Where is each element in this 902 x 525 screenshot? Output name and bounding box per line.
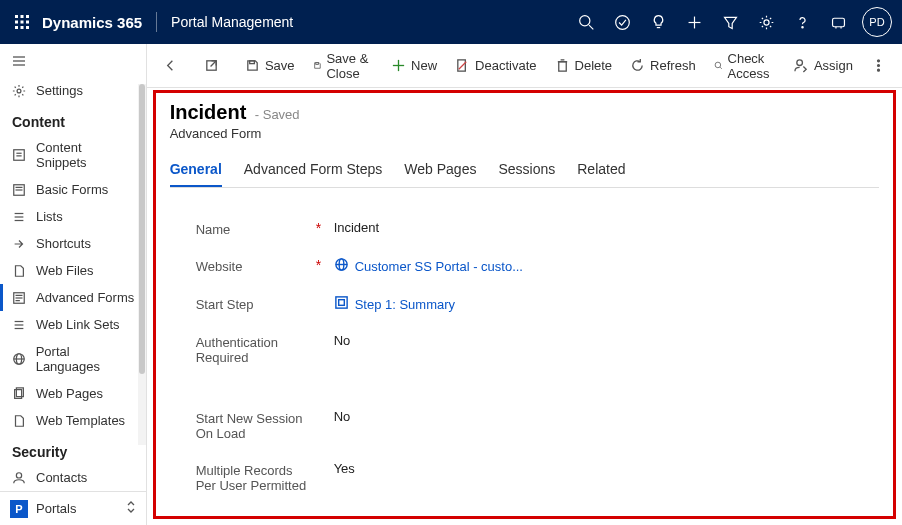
sidebar-item-content-snippets[interactable]: Content Snippets [0,134,146,176]
search-icon[interactable] [568,0,604,44]
snippet-icon [10,148,28,162]
svg-rect-1 [21,15,24,18]
deactivate-button[interactable]: Deactivate [447,54,544,77]
svg-rect-7 [21,26,24,29]
svg-point-17 [801,26,802,27]
refresh-label: Refresh [650,58,696,73]
sidebar-item-label: Content Snippets [36,140,136,170]
sidebar-item-web-templates[interactable]: Web Templates [0,407,146,434]
sidebar-item-advanced-forms[interactable]: Advanced Forms [0,284,146,311]
field-start-step[interactable]: Start Step Step 1: Summary [196,285,853,323]
task-icon[interactable] [604,0,640,44]
field-label: Start New Session On Load [196,409,316,441]
new-button[interactable]: New [383,54,445,77]
field-value[interactable]: Customer SS Portal - custo... [334,257,523,275]
form-icon [10,183,28,197]
gear-icon[interactable] [748,0,784,44]
svg-rect-66 [338,300,344,306]
sidebar-item-label: Web Link Sets [36,317,120,332]
sidebar-item-label: Web Files [36,263,94,278]
form-body: Name * Incident Website * Customer SS Po… [170,188,879,511]
sidebar-item-label: Basic Forms [36,182,108,197]
refresh-button[interactable]: Refresh [622,54,704,77]
app-name[interactable]: Portal Management [161,14,303,30]
svg-rect-6 [15,26,18,29]
assign-button[interactable]: Assign [786,54,861,77]
sidebar-item-web-files[interactable]: Web Files [0,257,146,284]
svg-point-11 [615,15,629,29]
help-icon[interactable] [784,0,820,44]
field-start-new-session[interactable]: Start New Session On Load No [196,399,853,451]
sidebar-item-web-pages[interactable]: Web Pages [0,380,146,407]
save-close-button[interactable]: Save & Close [305,47,382,85]
field-multiple-records[interactable]: Multiple Records Per User Permitted Yes [196,451,853,503]
sidebar-item-web-link-sets[interactable]: Web Link Sets [0,311,146,338]
svg-line-46 [210,61,216,67]
contacts-icon [10,471,28,485]
sidebar-item-label: Shortcuts [36,236,91,251]
svg-point-58 [797,60,803,66]
back-button[interactable] [155,54,186,77]
field-auth-required[interactable]: Authentication Required No [196,323,853,375]
step-icon [334,295,349,313]
form-icon [10,291,28,305]
check-access-button[interactable]: Check Access [706,47,784,85]
open-new-window-button[interactable] [196,54,227,77]
tab-general[interactable]: General [170,155,222,187]
command-bar: Save Save & Close New Deactivate Delete … [147,44,902,88]
svg-point-59 [878,60,880,62]
save-close-label: Save & Close [326,51,373,81]
avatar-initials: PD [869,16,884,28]
chevron-updown-icon [126,500,136,517]
app-launcher-icon[interactable] [6,15,38,29]
field-website[interactable]: Website * Customer SS Portal - custo... [196,247,853,285]
tab-sessions[interactable]: Sessions [498,155,555,187]
sidebar-item-basic-forms[interactable]: Basic Forms [0,176,146,203]
more-commands-button[interactable] [863,54,894,77]
tab-web-pages[interactable]: Web Pages [404,155,476,187]
tab-related[interactable]: Related [577,155,625,187]
shortcut-icon [10,237,28,251]
sidebar-collapse-icon[interactable] [0,48,146,77]
scrollbar-thumb[interactable] [139,84,145,374]
add-icon[interactable] [676,0,712,44]
user-avatar[interactable]: PD [862,7,892,37]
sidebar-item-contacts[interactable]: Contacts [0,464,146,491]
globe-icon [10,352,28,366]
brand-label[interactable]: Dynamics 365 [38,14,152,31]
svg-rect-47 [250,61,255,64]
sidebar-item-label: Advanced Forms [36,290,134,305]
sidebar: Settings Content Content Snippets Basic … [0,44,147,525]
field-value: No [334,333,351,348]
sidebar-scrollbar[interactable] [138,84,146,445]
field-label: Authentication Required [196,333,316,365]
start-step-link-text: Step 1: Summary [355,297,455,312]
lightbulb-icon[interactable] [640,0,676,44]
svg-rect-23 [14,150,25,161]
gear-icon [10,84,28,98]
field-name[interactable]: Name * Incident [196,210,853,247]
svg-rect-53 [558,62,566,71]
field-label: Start Step [196,295,316,312]
svg-rect-18 [832,18,844,27]
pages-icon [10,387,28,401]
save-button[interactable]: Save [237,54,303,77]
svg-rect-2 [26,15,29,18]
field-value[interactable]: Step 1: Summary [334,295,455,313]
list-icon [10,210,28,224]
filter-icon[interactable] [712,0,748,44]
sidebar-item-settings[interactable]: Settings [0,77,146,104]
sidebar-item-lists[interactable]: Lists [0,203,146,230]
field-value: Incident [334,220,380,235]
svg-point-16 [763,19,768,24]
assistant-icon[interactable] [820,0,856,44]
tab-advanced-form-steps[interactable]: Advanced Form Steps [244,155,383,187]
field-value: No [334,409,351,424]
page-title: Incident [170,101,247,124]
sidebar-item-portal-languages[interactable]: Portal Languages [0,338,146,380]
field-label: Multiple Records Per User Permitted [196,461,316,493]
area-switcher[interactable]: P Portals [0,491,146,525]
svg-line-10 [589,25,593,29]
delete-button[interactable]: Delete [547,54,621,77]
sidebar-item-shortcuts[interactable]: Shortcuts [0,230,146,257]
